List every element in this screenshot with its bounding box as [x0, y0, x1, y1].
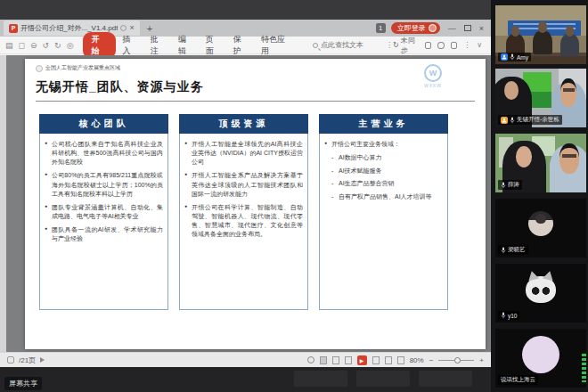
rotate-icon[interactable]: [397, 356, 404, 364]
zoom-level[interactable]: 80%: [410, 356, 424, 364]
column-main-business: 主营业务 开悟公司主要业务领域： AI数据中心算力 AI技术赋能服务 AI生态产…: [319, 114, 448, 310]
zoom-out-icon[interactable]: −: [429, 356, 434, 364]
participant-name-tag: y10: [498, 311, 519, 320]
sub-bullet: 自有产权产品销售、AI人才培训等: [324, 192, 443, 202]
company-logo-icon: W: [424, 64, 442, 82]
mic-icon: [501, 247, 506, 254]
view-mode-double-icon[interactable]: [345, 356, 352, 364]
participant-name-tag: 梁晓艺: [498, 245, 528, 255]
settings-icon[interactable]: [437, 42, 444, 49]
menu-icon[interactable]: ▤: [5, 41, 13, 50]
menu-insert[interactable]: 插入: [123, 34, 138, 57]
video-tile-2[interactable]: 无锡开悟-余世栋: [495, 69, 586, 127]
print-icon[interactable]: ⊖: [30, 41, 37, 50]
participant-name-tag: 说话找上海云: [498, 375, 538, 385]
taskbar-ghost: [294, 371, 347, 387]
page-indicator[interactable]: /21页: [19, 355, 36, 365]
login-avatar-icon: [429, 24, 437, 32]
eyebrow-logo-icon: [36, 65, 43, 72]
new-tab-button[interactable]: +: [147, 23, 152, 34]
participant-name-tag: 无锡开悟-余世栋: [498, 115, 562, 125]
company-logo: W WXKW: [420, 64, 446, 88]
save-icon[interactable]: ◻: [19, 41, 25, 50]
menu-start[interactable]: 开始: [83, 32, 116, 59]
participant-name-tag: Amy: [498, 53, 531, 61]
bullet: 公司核心团队来自于知名高科技企业及科研机构、世界500强高科技公司与国内外知名院…: [45, 140, 163, 167]
mic-icon: [501, 312, 506, 319]
search-icon: [313, 43, 318, 48]
video-tile-5[interactable]: y10: [495, 264, 586, 323]
close-button[interactable]: ×: [477, 24, 486, 33]
search-input[interactable]: [321, 41, 383, 49]
bullet: 开悟公司在科学计算、智能制造、自动驾驶、智能机器人、现代物流、现代零售、智慧城市…: [184, 203, 303, 240]
menu-edit[interactable]: 编辑: [178, 34, 193, 57]
eye-protect-icon[interactable]: [307, 356, 314, 363]
video-tile-6[interactable]: 说话找上海云: [495, 329, 586, 388]
mic-icon: [510, 117, 515, 124]
slideshow-icon[interactable]: ▶: [357, 355, 367, 365]
video-tile-4[interactable]: 梁晓艺: [495, 199, 586, 257]
participants-sidebar: Amy 无锡开悟-余世栋: [491, 0, 588, 392]
doc-count-badge[interactable]: 1: [376, 23, 386, 33]
tab-close-icon[interactable]: ×: [129, 24, 134, 32]
menu-annotate[interactable]: 批注: [151, 34, 166, 57]
pdf-file-icon: P: [9, 24, 18, 33]
view-mode-read-icon[interactable]: [320, 356, 327, 364]
sub-bullet: AI数据中心算力: [324, 153, 443, 163]
video-tile-1[interactable]: Amy: [495, 5, 586, 64]
collapse-ribbon-icon[interactable]: ∨: [477, 41, 482, 49]
bullet: 开悟人工智能全系产品及解决方案基于英伟达全球顶级的人工智能技术团队和国际一流的研…: [184, 171, 303, 198]
find-text-box[interactable]: ⋮: [313, 41, 393, 49]
screen-share-status[interactable]: 屏幕共享: [4, 377, 42, 390]
login-button[interactable]: 立即登录: [391, 22, 440, 34]
left-panel-rail[interactable]: [0, 55, 6, 352]
mic-icon: [510, 53, 515, 61]
slide-title: 无锡开悟_团队、资源与业务: [36, 79, 204, 95]
next-page-icon[interactable]: [40, 357, 45, 363]
share-doc-icon[interactable]: [425, 42, 431, 49]
view-mode-single-icon[interactable]: [332, 356, 339, 364]
menu-page[interactable]: 页面: [206, 34, 221, 57]
column-body: 开悟人工智能是全球领先的AI高科技企业英伟达（NVIDIA）的AI CITY授权…: [179, 134, 308, 310]
meeting-app-top-strip: [0, 0, 491, 20]
undo-icon[interactable]: ↺: [43, 41, 50, 50]
slide-page: 全国人工智能产业发展重点区域 无锡开悟_团队、资源与业务 W WXKW 核心团队…: [25, 59, 486, 349]
fit-page-icon[interactable]: [385, 356, 392, 364]
slide-eyebrow: 全国人工智能产业发展重点区域: [36, 64, 120, 72]
column-header: 顶级资源: [179, 114, 308, 134]
bullet: 团队具备一流的AI研发、学术研究能力与产业经验: [45, 225, 163, 243]
hand-tool-icon[interactable]: [7, 356, 14, 363]
fit-width-icon[interactable]: [372, 356, 380, 364]
bullet: 公司80%的员工具有985/211重点院校或海外知名院校硕士以上学历；100%的…: [45, 171, 163, 198]
comment-icon[interactable]: [451, 42, 457, 49]
restore-button[interactable]: [464, 25, 471, 31]
minimize-button[interactable]: —: [445, 24, 459, 33]
title-divider: [36, 101, 475, 102]
zoom-in-icon[interactable]: +: [479, 356, 484, 364]
taskbar-ghost: [356, 371, 410, 387]
document-tab[interactable]: P 开悟公司介绍_对外..._V1.4.pdf ×: [4, 20, 140, 36]
slide-columns: 核心团队 公司核心团队来自于知名高科技企业及科研机构、世界500强高科技公司与国…: [39, 114, 448, 310]
video-tile-3[interactable]: 薛涛: [495, 134, 586, 192]
redo-icon[interactable]: ↻: [54, 41, 61, 50]
bottom-strip: 屏幕共享: [0, 367, 491, 392]
user-icon[interactable]: ◎: [67, 41, 74, 50]
wps-pdf-window: P 开悟公司介绍_对外..._V1.4.pdf × + 1 立即登录 — × ▤…: [0, 20, 491, 367]
menu-protect[interactable]: 保护: [233, 34, 249, 57]
column-header: 核心团队: [39, 114, 168, 134]
column-body: 开悟公司主要业务领域： AI数据中心算力 AI技术赋能服务 AI生态产品整合营销…: [319, 134, 448, 310]
taskbar-ghost: [419, 371, 472, 387]
zoom-slider[interactable]: [438, 360, 474, 361]
presenter-badge-icon: [501, 117, 508, 124]
sub-bullet: AI生态产品整合营销: [324, 179, 443, 189]
sync-status[interactable]: ↻ 未同步: [393, 36, 419, 55]
search-more-icon[interactable]: ⋮: [386, 41, 393, 49]
bullet: 团队专业背景涵盖计算机、自动化、集成电路、电气电子等AI相关专业: [45, 203, 163, 221]
column-header: 主营业务: [319, 114, 448, 134]
bullet: 开悟人工智能是全球领先的AI高科技企业英伟达（NVIDIA）的AI CITY授权…: [184, 140, 303, 167]
avatar: [528, 211, 553, 236]
more-icon[interactable]: ⋮: [463, 41, 470, 49]
zoom-slider-knob[interactable]: [454, 357, 461, 363]
menu-special-apps[interactable]: 特色应用: [261, 34, 291, 57]
mic-icon: [501, 182, 506, 189]
